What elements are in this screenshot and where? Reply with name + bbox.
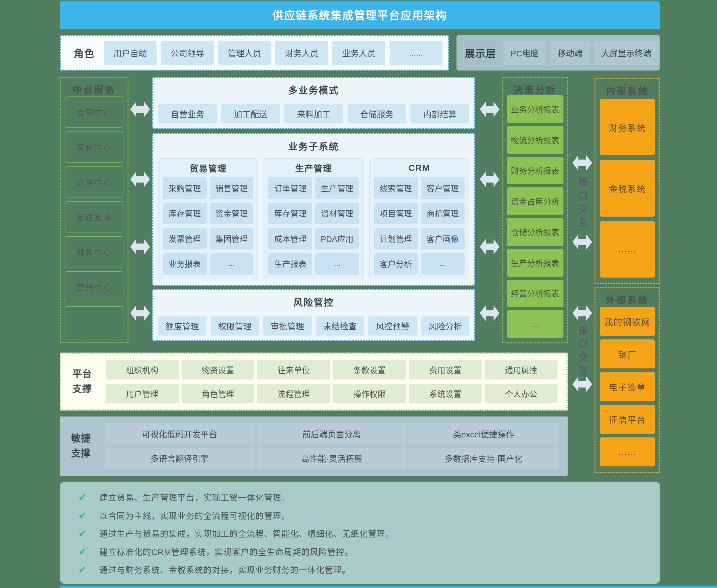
role-chip: 用户自助 — [104, 41, 156, 65]
platform-support-cell: 通用属性 — [485, 360, 557, 379]
internal-systems-column: 内部系统 财务系统 金税系统 ...... — [594, 78, 660, 284]
role-chip: 管理人员 — [218, 41, 271, 65]
roles-chip-list: 用户自助 公司领导 管理人员 财务人员 业务人员 ...... — [104, 41, 442, 65]
mid-platform-box: 营销中心 — [65, 271, 123, 302]
subsystem-cell: 资金管理 — [210, 203, 254, 224]
subsystem-cell: 订单管理 — [268, 177, 312, 199]
mid-platform-box: 合同中心 — [65, 97, 123, 128]
agile-support-cell: 前后端页面分离 — [257, 423, 407, 445]
bidirectional-arrow-icon — [480, 306, 500, 321]
external-systems-title: 外部系统 — [595, 293, 659, 306]
agile-support-label-line2: 支撑 — [71, 446, 91, 461]
check-icon: ✔ — [78, 491, 87, 503]
display-layer-panel: 展示层 PC电脑 移动端 大屏显示终端 — [457, 35, 660, 70]
summary-list: ✔ 建立贸易、生产管理平台，实现工贸一体化管理。 ✔ 以合同为主线，实现业务的全… — [78, 491, 648, 575]
risk-chip: 额度管理 — [158, 316, 207, 336]
risk-control-title: 风险管控 — [153, 295, 474, 308]
multi-business-title: 多业务模式 — [153, 83, 474, 96]
subsystem-cell-more: ... — [315, 253, 359, 275]
summary-item: ✔ 建立标准化的CRM管理系统，实现客户的全生命周期的风险管控。 — [78, 546, 648, 558]
decision-box: 物流分析报表 — [507, 126, 564, 154]
risk-chip-list: 额度管理 权限管理 审批管理 未结检查 风控预警 风险分析 — [158, 316, 469, 336]
subsystem-cell: PDA应用 — [315, 228, 359, 250]
subsystem-cell-more: ... — [421, 253, 465, 275]
external-system-box: 我的钢铁网 — [600, 307, 655, 336]
bidirectional-arrow-icon — [480, 171, 500, 187]
platform-support-cell: 个人办公 — [485, 384, 557, 403]
bottom-banner-strip — [60, 586, 717, 588]
title-banner: 供应链系统集成管理平台应用架构 — [60, 1, 660, 29]
decision-box: 生产分析报表 — [507, 249, 564, 277]
subsystem-cell: 客户分析 — [374, 253, 418, 275]
group-grid: 采购管理 销售管理 库存管理 资金管理 发票管理 集团管理 业务报表 ... — [159, 177, 257, 279]
decision-analysis-list: 业务分析报表 物流分析报表 财务分析报表 资金占用分析 仓储分析报表 生产分析报… — [507, 95, 564, 338]
platform-support-label-line1: 平台 — [72, 366, 92, 381]
business-mode-chip: 内部结算 — [410, 104, 469, 123]
decision-box: 仓储分析报表 — [507, 218, 564, 246]
decision-box-more: ... — [507, 310, 564, 338]
group-title: 贸易管理 — [159, 159, 257, 177]
summary-item: ✔ 以合同为主线，实现业务的全流程可视化的管理。 — [78, 509, 648, 521]
summary-text: 通过生产与贸易的集成，实现加工的全流程、智能化、精细化、无纸化管理。 — [100, 527, 394, 539]
group-title: 生产管理 — [264, 159, 363, 177]
subsystem-cell: 客户画像 — [421, 228, 465, 250]
decision-box: 经营分析报表 — [507, 280, 564, 308]
subsystem-cell: 成本管理 — [268, 228, 312, 250]
roles-panel: 角色 用户自助 公司领导 管理人员 财务人员 业务人员 ...... — [60, 35, 449, 70]
decision-analysis-title: 决策分析 — [503, 82, 567, 96]
subsystem-cell: 采购管理 — [163, 177, 207, 199]
platform-support-cell: 费用设置 — [409, 360, 482, 379]
bidirectional-arrow-icon — [480, 239, 500, 255]
mid-platform-box-more: ... — [65, 306, 123, 337]
summary-text: 通过与财务系统、金税系统的对接，实现业务财务的一体化管理。 — [100, 564, 351, 575]
agile-support-label: 敏捷 支撑 — [71, 431, 91, 461]
subsystem-cell: 客户管理 — [421, 177, 465, 199]
check-icon: ✔ — [78, 546, 87, 558]
platform-support-label: 平台 支撑 — [72, 366, 92, 396]
summary-item: ✔ 通过生产与贸易的集成，实现加工的全流程、智能化、精细化、无纸化管理。 — [78, 527, 648, 539]
internal-systems-title: 内部系统 — [595, 83, 659, 97]
bidirectional-arrow-icon — [572, 234, 592, 250]
mid-platform-box: 财务中心 — [65, 236, 123, 267]
subsystem-cell: 项目管理 — [374, 203, 418, 224]
summary-item: ✔ 通过与财务系统、金税系统的对接，实现业务财务的一体化管理。 — [78, 564, 648, 575]
agile-support-cell: 可视化低码开发平台 — [105, 423, 255, 445]
mid-platform-column: 中台服务 合同中心 客商中心 价格中心 互联互通 财务中心 营销中心 ... — [60, 77, 128, 343]
bidirectional-arrow-icon — [130, 239, 150, 255]
subsystem-groups: 贸易管理 采购管理 销售管理 库存管理 资金管理 发票管理 集团管理 业务报表 … — [158, 158, 469, 279]
platform-support-cell: 条款设置 — [333, 360, 406, 379]
bidirectional-arrow-icon — [130, 171, 150, 187]
decision-box: 财务分析报表 — [507, 157, 564, 185]
risk-control-panel: 风险管控 额度管理 权限管理 审批管理 未结检查 风控预警 风险分析 — [152, 289, 475, 341]
subsystem-cell: 集团管理 — [210, 228, 254, 250]
mid-platform-box: 价格中心 — [65, 166, 123, 197]
display-chip: 移动端 — [550, 41, 590, 65]
roles-label: 角色 — [74, 46, 95, 60]
agile-support-cell: 多数据库支持·国产化 — [408, 447, 558, 469]
risk-chip: 权限管理 — [211, 316, 259, 336]
platform-support-cell: 组织机构 — [106, 360, 178, 379]
subsystem-group-crm: CRM 线索管理 客户管理 项目管理 商机管理 计划管理 客户画像 客户分析 .… — [369, 158, 469, 279]
bidirectional-arrow-icon — [130, 306, 150, 321]
mid-platform-title: 中台服务 — [61, 82, 128, 96]
summary-text: 建立贸易、生产管理平台，实现工贸一体化管理。 — [100, 491, 290, 503]
agile-support-cell: 高性能·灵活拓展 — [257, 447, 407, 469]
subsystem-cell: 业务报表 — [163, 253, 207, 275]
subsystem-cell: 库存管理 — [163, 203, 207, 224]
platform-support-cell: 系统设置 — [409, 384, 482, 403]
bidirectional-arrow-icon — [572, 306, 592, 321]
subsystem-cell: 生产报表 — [268, 253, 312, 275]
subsystem-cell: 计划管理 — [374, 228, 418, 250]
platform-support-cell: 用户管理 — [106, 384, 178, 403]
summary-item: ✔ 建立贸易、生产管理平台，实现工贸一体化管理。 — [78, 491, 648, 503]
mid-platform-list: 合同中心 客商中心 价格中心 互联互通 财务中心 营销中心 ... — [65, 97, 123, 337]
subsystems-title: 业务子系统 — [153, 139, 474, 152]
agile-support-grid: 可视化低码开发平台 前后端页面分离 类excel便捷操作 多语言翻译引擎 高性能… — [105, 423, 558, 469]
agile-support-cell: 多语言翻译引擎 — [105, 447, 255, 469]
bidirectional-arrow-icon — [572, 155, 592, 171]
subsystem-group-trade: 贸易管理 采购管理 销售管理 库存管理 资金管理 发票管理 集团管理 业务报表 … — [158, 158, 258, 279]
platform-support-cell: 角色管理 — [182, 384, 255, 403]
risk-chip: 风险分析 — [421, 316, 469, 336]
platform-support-cell: 往来单位 — [257, 360, 330, 379]
role-chip: 公司领导 — [161, 41, 214, 65]
